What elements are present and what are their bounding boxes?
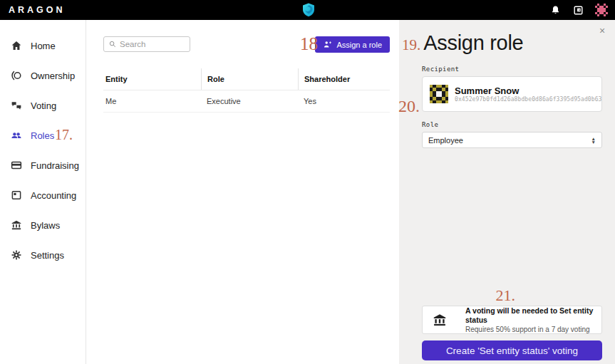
table-header-shareholder: Shareholder — [298, 68, 390, 90]
annotation-17: 17. — [55, 127, 73, 143]
sidebar-item-label: Bylaws — [31, 220, 60, 231]
assign-role-button-label: Assign a role — [336, 41, 382, 49]
search-input[interactable] — [120, 40, 182, 48]
topbar: ARAGON — [0, 0, 615, 20]
sidebar-item-label: Roles — [31, 130, 54, 141]
bank-icon — [432, 312, 448, 328]
assign-role-button[interactable]: Assign a role — [315, 36, 390, 53]
sidebar-item-label: Voting — [31, 100, 56, 111]
notice-title: A voting will be needed to Set entity st… — [465, 306, 601, 325]
select-stepper-icon: ▲▼ — [591, 137, 596, 144]
sidebar-item-label: Fundraising — [31, 160, 79, 171]
settings-icon — [10, 249, 23, 261]
voting-notice: A voting will be needed to Set entity st… — [422, 306, 602, 334]
role-select-value: Employee — [428, 136, 591, 145]
notice-subtitle: Requires 50% support in a 7 day voting — [465, 325, 601, 334]
role-select[interactable]: Employee ▲▼ — [422, 132, 602, 148]
sidebar-item-accounting[interactable]: Accounting — [0, 180, 86, 210]
account-identicon[interactable] — [595, 4, 608, 16]
sidebar-item-voting[interactable]: Voting — [0, 90, 86, 120]
table-header-row: Entity Role Shareholder — [103, 68, 390, 90]
roles-table: Entity Role Shareholder Me Executive Yes — [103, 68, 390, 113]
recipient-label: Recipient — [422, 66, 615, 73]
aragon-logo: ARAGON — [9, 5, 66, 15]
search-box[interactable] — [103, 36, 190, 52]
sidebar-item-home[interactable]: Home — [0, 31, 86, 61]
recipient-identicon — [430, 85, 448, 103]
annotation-21: 21. — [496, 286, 516, 305]
recipient-card[interactable]: Summer Snow 0x452e97b0fd1d26a8bdbe0d86a6… — [422, 76, 602, 112]
create-voting-button[interactable]: Create 'Set entity status' voting — [422, 340, 602, 360]
recipient-name: Summer Snow — [455, 85, 602, 96]
sidebar-item-label: Accounting — [31, 190, 76, 201]
topbar-actions — [549, 0, 608, 20]
toolbar: Assign a role — [103, 36, 390, 53]
sidebar-item-bylaws[interactable]: Bylaws — [0, 210, 86, 240]
sidebar-item-label: Home — [31, 41, 56, 51]
sidebar: Home Ownership Voting Roles — [0, 20, 86, 364]
annotation-18: 18 — [300, 34, 318, 54]
table-header-role: Role — [201, 68, 298, 90]
bylaws-icon — [10, 219, 23, 232]
sidebar-item-ownership[interactable]: Ownership — [0, 61, 86, 90]
panel-header: 19. Assign role — [402, 31, 615, 55]
bell-icon[interactable] — [549, 4, 562, 16]
sidebar-item-roles[interactable]: Roles — [0, 120, 86, 150]
cell-role: Executive — [201, 97, 298, 105]
wallet-icon[interactable] — [572, 4, 584, 16]
cell-entity: Me — [103, 97, 201, 105]
aragon-shield-icon[interactable] — [300, 1, 317, 21]
voting-icon — [10, 99, 23, 112]
fundraising-icon — [10, 159, 23, 172]
role-label: Role — [422, 121, 615, 128]
sidebar-item-label: Ownership — [31, 71, 75, 81]
assign-role-panel: × 19. Assign role Recipient Summer Snow … — [399, 20, 615, 364]
annotation-20: 20. — [398, 97, 420, 116]
accounting-icon — [10, 189, 23, 202]
sidebar-item-settings[interactable]: Settings — [0, 240, 86, 270]
panel-title: Assign role — [423, 31, 523, 55]
recipient-address: 0x452e97b0fd1d26a8bdbe0d86a6f3395d95ad0b… — [455, 96, 602, 103]
annotation-19: 19. — [402, 36, 420, 54]
main-content: Assign a role Entity Role Shareholder Me… — [87, 20, 399, 364]
sidebar-item-label: Settings — [31, 250, 64, 261]
search-icon — [108, 40, 117, 48]
home-icon — [10, 39, 23, 52]
close-icon[interactable]: × — [596, 25, 608, 36]
sidebar-item-fundraising[interactable]: Fundraising — [0, 150, 86, 180]
table-header-entity: Entity — [103, 68, 201, 90]
roles-icon — [10, 129, 23, 142]
table-row[interactable]: Me Executive Yes — [103, 90, 390, 113]
cell-shareholder: Yes — [298, 97, 390, 105]
ownership-icon — [10, 69, 23, 82]
person-add-icon — [323, 40, 332, 49]
